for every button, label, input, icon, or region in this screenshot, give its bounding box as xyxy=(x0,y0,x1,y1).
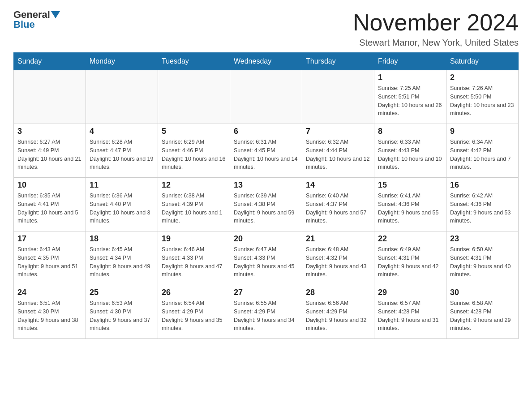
logo-blue: Blue xyxy=(13,19,35,30)
day-number: 22 xyxy=(378,234,442,244)
day-info: Sunrise: 6:29 AM Sunset: 4:46 PM Dayligh… xyxy=(162,138,226,171)
calendar-cell: 21Sunrise: 6:48 AM Sunset: 4:32 PM Dayli… xyxy=(302,231,374,285)
calendar-cell: 14Sunrise: 6:40 AM Sunset: 4:37 PM Dayli… xyxy=(302,178,374,231)
day-info: Sunrise: 6:43 AM Sunset: 4:35 PM Dayligh… xyxy=(17,245,82,279)
day-info: Sunrise: 6:51 AM Sunset: 4:30 PM Dayligh… xyxy=(17,299,82,333)
header-area: General Blue November 2024 Stewart Manor… xyxy=(13,9,519,48)
day-number: 10 xyxy=(17,180,82,190)
day-number: 8 xyxy=(378,127,442,136)
calendar-cell: 25Sunrise: 6:53 AM Sunset: 4:30 PM Dayli… xyxy=(86,285,158,339)
day-info: Sunrise: 6:27 AM Sunset: 4:49 PM Dayligh… xyxy=(17,138,82,171)
calendar-cell: 29Sunrise: 6:57 AM Sunset: 4:28 PM Dayli… xyxy=(374,285,446,339)
day-info: Sunrise: 7:26 AM Sunset: 5:50 PM Dayligh… xyxy=(450,84,515,118)
calendar-cell: 5Sunrise: 6:29 AM Sunset: 4:46 PM Daylig… xyxy=(158,124,230,178)
day-number: 15 xyxy=(378,180,442,190)
calendar-cell: 30Sunrise: 6:58 AM Sunset: 4:28 PM Dayli… xyxy=(446,285,519,339)
day-info: Sunrise: 6:34 AM Sunset: 4:42 PM Dayligh… xyxy=(450,138,515,171)
weekday-header-monday: Monday xyxy=(86,53,158,70)
day-info: Sunrise: 6:49 AM Sunset: 4:31 PM Dayligh… xyxy=(378,245,442,279)
day-number: 20 xyxy=(234,234,298,244)
month-title: November 2024 xyxy=(353,9,519,36)
day-number: 3 xyxy=(17,127,82,136)
calendar-cell: 18Sunrise: 6:45 AM Sunset: 4:34 PM Dayli… xyxy=(86,231,158,285)
weekday-header-friday: Friday xyxy=(374,53,446,70)
day-info: Sunrise: 6:42 AM Sunset: 4:36 PM Dayligh… xyxy=(450,192,515,225)
calendar-cell: 17Sunrise: 6:43 AM Sunset: 4:35 PM Dayli… xyxy=(14,231,86,285)
day-number: 11 xyxy=(90,180,154,190)
day-number: 14 xyxy=(306,180,370,190)
calendar-cell xyxy=(230,70,302,124)
day-info: Sunrise: 6:57 AM Sunset: 4:28 PM Dayligh… xyxy=(378,299,442,333)
calendar-cell xyxy=(86,70,158,124)
calendar-cell: 13Sunrise: 6:39 AM Sunset: 4:38 PM Dayli… xyxy=(230,178,302,231)
day-number: 17 xyxy=(17,234,82,244)
calendar-cell: 4Sunrise: 6:28 AM Sunset: 4:47 PM Daylig… xyxy=(86,124,158,178)
day-number: 12 xyxy=(162,180,226,190)
day-number: 26 xyxy=(162,288,226,297)
calendar-cell: 10Sunrise: 6:35 AM Sunset: 4:41 PM Dayli… xyxy=(14,178,86,231)
calendar-cell: 7Sunrise: 6:32 AM Sunset: 4:44 PM Daylig… xyxy=(302,124,374,178)
day-info: Sunrise: 7:25 AM Sunset: 5:51 PM Dayligh… xyxy=(378,84,442,118)
calendar-cell: 19Sunrise: 6:46 AM Sunset: 4:33 PM Dayli… xyxy=(158,231,230,285)
calendar-cell: 23Sunrise: 6:50 AM Sunset: 4:31 PM Dayli… xyxy=(446,231,519,285)
day-info: Sunrise: 6:28 AM Sunset: 4:47 PM Dayligh… xyxy=(90,138,154,171)
day-info: Sunrise: 6:40 AM Sunset: 4:37 PM Dayligh… xyxy=(306,192,370,225)
day-number: 29 xyxy=(378,288,442,297)
calendar-cell xyxy=(14,70,86,124)
day-number: 9 xyxy=(450,127,515,136)
day-info: Sunrise: 6:58 AM Sunset: 4:28 PM Dayligh… xyxy=(450,299,515,333)
calendar-cell: 3Sunrise: 6:27 AM Sunset: 4:49 PM Daylig… xyxy=(14,124,86,178)
day-number: 4 xyxy=(90,127,154,136)
calendar-cell xyxy=(158,70,230,124)
day-number: 13 xyxy=(234,180,298,190)
day-info: Sunrise: 6:54 AM Sunset: 4:29 PM Dayligh… xyxy=(162,299,226,333)
day-number: 1 xyxy=(378,73,442,82)
day-number: 7 xyxy=(306,127,370,136)
calendar-cell: 2Sunrise: 7:26 AM Sunset: 5:50 PM Daylig… xyxy=(446,70,519,124)
calendar-cell: 24Sunrise: 6:51 AM Sunset: 4:30 PM Dayli… xyxy=(14,285,86,339)
calendar-week-3: 10Sunrise: 6:35 AM Sunset: 4:41 PM Dayli… xyxy=(14,178,519,231)
logo: General Blue xyxy=(13,9,61,30)
calendar-cell: 9Sunrise: 6:34 AM Sunset: 4:42 PM Daylig… xyxy=(446,124,519,178)
day-info: Sunrise: 6:32 AM Sunset: 4:44 PM Dayligh… xyxy=(306,138,370,171)
calendar: SundayMondayTuesdayWednesdayThursdayFrid… xyxy=(13,52,519,339)
day-info: Sunrise: 6:45 AM Sunset: 4:34 PM Dayligh… xyxy=(90,245,154,279)
title-area: November 2024 Stewart Manor, New York, U… xyxy=(353,9,519,48)
day-info: Sunrise: 6:47 AM Sunset: 4:33 PM Dayligh… xyxy=(234,245,298,279)
calendar-cell: 12Sunrise: 6:38 AM Sunset: 4:39 PM Dayli… xyxy=(158,178,230,231)
calendar-week-5: 24Sunrise: 6:51 AM Sunset: 4:30 PM Dayli… xyxy=(14,285,519,339)
calendar-cell: 28Sunrise: 6:56 AM Sunset: 4:29 PM Dayli… xyxy=(302,285,374,339)
day-info: Sunrise: 6:33 AM Sunset: 4:43 PM Dayligh… xyxy=(378,138,442,171)
weekday-header-thursday: Thursday xyxy=(302,53,374,70)
day-info: Sunrise: 6:55 AM Sunset: 4:29 PM Dayligh… xyxy=(234,299,298,333)
day-number: 30 xyxy=(450,288,515,297)
day-number: 25 xyxy=(90,288,154,297)
day-number: 21 xyxy=(306,234,370,244)
calendar-header-row: SundayMondayTuesdayWednesdayThursdayFrid… xyxy=(14,53,519,70)
day-info: Sunrise: 6:39 AM Sunset: 4:38 PM Dayligh… xyxy=(234,192,298,225)
day-number: 18 xyxy=(90,234,154,244)
logo-triangle-icon xyxy=(51,11,60,18)
weekday-header-sunday: Sunday xyxy=(14,53,86,70)
calendar-cell: 16Sunrise: 6:42 AM Sunset: 4:36 PM Dayli… xyxy=(446,178,519,231)
calendar-cell: 6Sunrise: 6:31 AM Sunset: 4:45 PM Daylig… xyxy=(230,124,302,178)
day-number: 27 xyxy=(234,288,298,297)
day-info: Sunrise: 6:48 AM Sunset: 4:32 PM Dayligh… xyxy=(306,245,370,279)
day-info: Sunrise: 6:50 AM Sunset: 4:31 PM Dayligh… xyxy=(450,245,515,279)
day-number: 23 xyxy=(450,234,515,244)
day-info: Sunrise: 6:36 AM Sunset: 4:40 PM Dayligh… xyxy=(90,192,154,225)
location-title: Stewart Manor, New York, United States xyxy=(353,38,519,48)
calendar-week-1: 1Sunrise: 7:25 AM Sunset: 5:51 PM Daylig… xyxy=(14,70,519,124)
calendar-cell xyxy=(302,70,374,124)
weekday-header-wednesday: Wednesday xyxy=(230,53,302,70)
day-number: 5 xyxy=(162,127,226,136)
day-number: 28 xyxy=(306,288,370,297)
day-number: 6 xyxy=(234,127,298,136)
calendar-cell: 22Sunrise: 6:49 AM Sunset: 4:31 PM Dayli… xyxy=(374,231,446,285)
day-number: 19 xyxy=(162,234,226,244)
day-number: 16 xyxy=(450,180,515,190)
weekday-header-tuesday: Tuesday xyxy=(158,53,230,70)
calendar-week-2: 3Sunrise: 6:27 AM Sunset: 4:49 PM Daylig… xyxy=(14,124,519,178)
calendar-cell: 11Sunrise: 6:36 AM Sunset: 4:40 PM Dayli… xyxy=(86,178,158,231)
calendar-cell: 8Sunrise: 6:33 AM Sunset: 4:43 PM Daylig… xyxy=(374,124,446,178)
